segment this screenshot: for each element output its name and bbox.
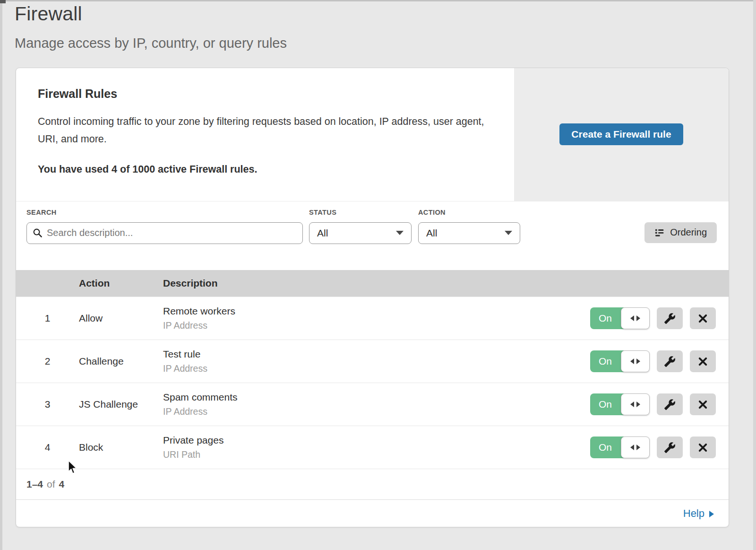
firewall-page: Firewall Manage access by IP, country, o… <box>0 0 756 550</box>
toggle-handle[interactable] <box>621 307 650 329</box>
card-footer: Help <box>16 499 729 527</box>
arrow-right-icon <box>636 315 640 321</box>
pagination-total: 4 <box>59 479 65 490</box>
delete-rule-button[interactable] <box>690 437 716 458</box>
search-input[interactable] <box>47 227 297 238</box>
page-title: Firewall <box>15 3 287 25</box>
ordering-button-label: Ordering <box>670 227 707 238</box>
arrow-left-icon <box>630 358 634 364</box>
edit-rule-button[interactable] <box>657 307 683 329</box>
rule-action: Challenge <box>79 356 163 367</box>
rule-description: Remote workers <box>163 306 590 317</box>
rule-enabled-toggle[interactable]: On <box>590 437 650 458</box>
arrow-left-icon <box>630 402 634 407</box>
search-label: SEARCH <box>26 209 303 216</box>
wrench-icon <box>664 313 676 324</box>
help-link[interactable]: Help <box>683 507 714 520</box>
status-label: STATUS <box>309 209 412 216</box>
edit-rule-button[interactable] <box>657 437 683 458</box>
ordered-list-icon <box>654 227 665 238</box>
wrench-icon <box>664 356 676 367</box>
toggle-handle[interactable] <box>621 393 650 415</box>
edit-rule-button[interactable] <box>657 393 683 415</box>
create-rule-panel: Create a Firewall rule <box>514 68 729 201</box>
toggle-handle[interactable] <box>621 437 650 458</box>
pagination: 1–4 of 4 <box>16 469 729 499</box>
toggle-handle[interactable] <box>621 350 650 372</box>
rule-enabled-toggle[interactable]: On <box>590 307 650 329</box>
toggle-on-label: On <box>590 350 624 372</box>
x-icon <box>697 399 708 410</box>
toggle-on-label: On <box>590 393 624 415</box>
rule-field: IP Address <box>163 406 590 417</box>
chevron-down-icon <box>505 231 512 235</box>
delete-rule-button[interactable] <box>690 307 716 329</box>
search-input-wrap[interactable] <box>26 222 303 244</box>
window-top-edge <box>0 0 756 1</box>
rule-controls: On <box>590 437 716 458</box>
search-icon <box>33 228 43 238</box>
x-icon <box>697 356 708 367</box>
pagination-of-label: of <box>47 479 55 490</box>
wrench-icon <box>664 442 676 454</box>
delete-rule-button[interactable] <box>690 350 716 372</box>
status-selected-value: All <box>317 227 328 239</box>
page-header: Firewall Manage access by IP, country, o… <box>15 3 287 51</box>
rule-priority: 3 <box>16 399 79 410</box>
rule-priority: 4 <box>16 442 79 453</box>
info-text-block: Firewall Rules Control incoming traffic … <box>16 68 514 201</box>
search-filter-group: SEARCH <box>26 209 303 244</box>
rule-description: Spam comments <box>163 392 590 403</box>
column-header-action: Action <box>79 278 163 289</box>
chevron-down-icon <box>396 231 404 235</box>
usage-note: You have used 4 of 1000 active Firewall … <box>38 164 514 175</box>
status-select[interactable]: All <box>309 222 412 244</box>
edit-rule-button[interactable] <box>657 350 683 372</box>
window-corner-artifact <box>0 0 6 3</box>
ordering-button[interactable]: Ordering <box>644 222 717 243</box>
chevron-right-icon <box>709 511 714 517</box>
action-label: ACTION <box>418 209 520 216</box>
rule-controls: On <box>590 307 716 329</box>
table-row: 1 Allow Remote workers IP Address On <box>16 297 729 340</box>
rule-field: URI Path <box>163 449 590 460</box>
action-selected-value: All <box>426 227 437 239</box>
x-icon <box>697 313 708 324</box>
arrow-right-icon <box>636 358 640 364</box>
table-row: 2 Challenge Test rule IP Address On <box>16 340 729 383</box>
rule-priority: 2 <box>16 356 79 367</box>
table-row: 3 JS Challenge Spam comments IP Address … <box>16 383 729 426</box>
action-filter-group: ACTION All <box>418 209 520 244</box>
x-icon <box>697 442 708 453</box>
rule-action: Allow <box>79 313 163 324</box>
create-firewall-rule-button[interactable]: Create a Firewall rule <box>559 123 683 145</box>
rule-enabled-toggle[interactable]: On <box>590 393 650 415</box>
rule-description: Test rule <box>163 349 590 360</box>
window-right-edge <box>753 0 756 550</box>
rule-description-cell: Private pages URI Path <box>163 435 590 460</box>
rule-description-cell: Spam comments IP Address <box>163 392 590 417</box>
rule-priority: 1 <box>16 313 79 324</box>
card-description: Control incoming traffic to your zone by… <box>38 113 489 148</box>
toggle-on-label: On <box>590 437 624 458</box>
page-subtitle: Manage access by IP, country, or query r… <box>15 35 287 51</box>
table-row: 4 Block Private pages URI Path On <box>16 426 729 469</box>
rule-field: IP Address <box>163 320 590 331</box>
rule-description-cell: Remote workers IP Address <box>163 306 590 331</box>
rule-description: Private pages <box>163 435 590 446</box>
rule-action: Block <box>79 442 163 453</box>
table-header: Action Description <box>16 270 729 297</box>
card-heading: Firewall Rules <box>38 87 514 101</box>
window-left-edge <box>0 0 2 550</box>
delete-rule-button[interactable] <box>690 393 716 415</box>
rule-controls: On <box>590 393 716 415</box>
rule-controls: On <box>590 350 716 372</box>
wrench-icon <box>664 399 676 410</box>
action-select[interactable]: All <box>418 222 520 244</box>
rule-enabled-toggle[interactable]: On <box>590 350 650 372</box>
firewall-rules-card: Firewall Rules Control incoming traffic … <box>16 68 729 527</box>
rule-field: IP Address <box>163 363 590 374</box>
help-link-label: Help <box>683 507 704 520</box>
info-section: Firewall Rules Control incoming traffic … <box>16 68 729 201</box>
arrow-right-icon <box>636 445 640 450</box>
